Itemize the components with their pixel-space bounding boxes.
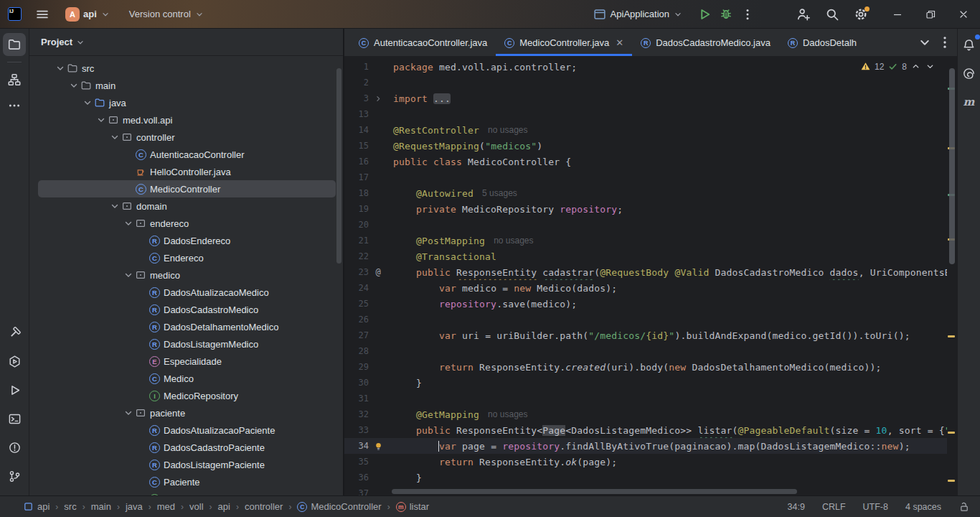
line-number: 22 [344,251,369,261]
main-menu-icon[interactable] [35,7,50,22]
tree-scrollbar[interactable] [336,68,341,264]
project-panel-header[interactable]: Project [29,29,343,56]
tree-item[interactable]: medico [38,266,336,284]
status-item[interactable]: CRLF [822,502,846,512]
chevron-down-icon[interactable] [123,218,134,229]
tree-item[interactable]: paciente [38,404,336,421]
code-line: 20 [344,217,947,233]
tool-project-folder[interactable] [3,33,26,56]
tool-run[interactable] [5,381,24,399]
run-config-widget[interactable]: ApiApplication [590,4,686,24]
chevron-down-icon[interactable] [68,80,80,91]
tool-build[interactable] [5,323,24,342]
tree-item[interactable]: endereco [38,215,336,232]
tree-item[interactable]: CEndereco [38,249,336,266]
status-item[interactable]: 4 spaces [905,502,941,512]
project-avatar: A [65,7,80,22]
status-item[interactable]: UTF-8 [863,502,888,512]
close-button[interactable] [947,0,980,29]
prev-problem-icon[interactable] [910,61,921,72]
tree-item[interactable]: RDadosAtualizacaoPaciente [38,421,336,439]
lock-open-icon[interactable] [958,501,970,513]
tree-item[interactable]: HelloController.java [38,163,336,180]
tree-item[interactable]: IPacienteRepository [38,490,336,495]
tree-item[interactable]: domain [38,197,336,215]
chevron-down-icon[interactable] [109,200,121,212]
editor-tab[interactable]: CAutenticacaoController.java [350,29,496,56]
code-line: 26 [344,312,947,327]
chevron-down-icon[interactable] [123,269,134,281]
tree-item[interactable]: CPaciente [38,473,336,490]
tree-item[interactable]: main [38,77,336,94]
tool-ai-assistant[interactable] [960,64,979,83]
editor-scrollbar[interactable] [949,68,955,264]
chevron-down-icon[interactable] [109,131,121,143]
debug-button[interactable] [719,7,733,22]
breadcrumb-item[interactable]: api [23,501,50,512]
tree-item[interactable]: CMedico [38,370,336,387]
vcs-widget[interactable]: Version control [126,4,207,24]
hidden-tabs-icon[interactable] [917,34,933,50]
tree-item[interactable]: RDadosCadastroPaciente [38,439,336,456]
code-with-me-icon[interactable] [796,7,811,22]
search-everywhere-icon[interactable] [825,7,839,22]
tool-more-tool-windows[interactable] [3,94,26,117]
tree-item-label: domain [136,201,167,212]
tree-item[interactable]: EEspecialidade [38,353,336,370]
tree-item[interactable]: med.voll.api [38,111,336,129]
editor-tab[interactable]: RDadosCadastroMedico.java [632,29,779,56]
tree-item[interactable]: RDadosListagemPaciente [38,456,336,473]
settings-icon[interactable] [854,7,868,22]
breadcrumb-item[interactable]: controller [245,501,283,512]
editor-h-scrollbar[interactable] [392,489,797,494]
breadcrumb-item[interactable]: main [91,501,111,512]
tab-close-icon[interactable]: ✕ [616,37,623,48]
breadcrumb-item[interactable]: voll [189,501,204,512]
tool-problems[interactable] [5,438,24,457]
chevron-down-icon[interactable] [82,97,93,108]
tool-maven[interactable]: m [960,93,979,111]
tree-item-label: paciente [150,408,185,419]
tool-services[interactable] [5,352,24,371]
gutter-icon [369,455,387,468]
code-line: 29 return ResponseEntity.created(uri).bo… [344,359,947,375]
tab-options-icon[interactable] [937,34,953,50]
chevron-down-icon[interactable] [123,407,134,419]
chevron-down-icon[interactable] [95,114,107,126]
tree-item[interactable]: RDadosListagemMedico [38,335,336,353]
tool-notifications[interactable] [960,35,979,54]
status-item[interactable]: 34:9 [788,502,805,512]
project-widget[interactable]: A api [62,4,113,24]
breadcrumb-item[interactable]: mlistar [396,501,429,512]
tree-item[interactable]: RDadosDetalhamentoMedico [38,318,336,335]
code-editor[interactable]: 1package med.voll.api.controller;23impor… [344,56,957,495]
breadcrumb-item[interactable]: java [126,501,143,512]
tree-item[interactable]: RDadosCadastroMedico [38,301,336,318]
breadcrumb-item[interactable]: src [64,501,76,512]
minimize-button[interactable] [881,0,914,29]
tree-item[interactable]: java [38,94,336,111]
breadcrumb-item[interactable]: CMedicoController [297,501,381,512]
editor-tab[interactable]: RDadosDetalh [779,29,865,56]
tree-item[interactable]: RDadosEndereco [38,232,336,249]
tool-structure[interactable] [3,68,26,91]
restore-button[interactable] [914,0,947,29]
next-problem-icon[interactable] [925,61,936,72]
chevron-down-icon[interactable] [55,62,66,74]
project-panel-title: Project [41,37,72,47]
inspection-widget[interactable]: 12 8 [860,61,936,72]
tree-item[interactable]: controller [38,129,336,146]
tree-item[interactable]: IMedicoRepository [38,387,336,404]
breadcrumb-item[interactable]: med [157,501,175,512]
more-actions-icon[interactable] [740,7,755,22]
tool-terminal[interactable] [5,409,24,428]
breadcrumb-item[interactable]: api [218,501,230,512]
run-button[interactable] [697,7,712,22]
tool-version-control[interactable] [5,467,24,485]
tree-item[interactable]: RDadosAtualizacaoMedico [38,284,336,301]
tree-item[interactable]: CAutenticacaoController [38,146,336,163]
tree-item[interactable]: CMedicoController [38,180,336,197]
tree-item[interactable]: src [38,60,336,77]
editor-tab[interactable]: CMedicoController.java✕ [496,29,632,56]
status-bar: api›src›main›java›med›voll›api›controlle… [0,495,980,517]
